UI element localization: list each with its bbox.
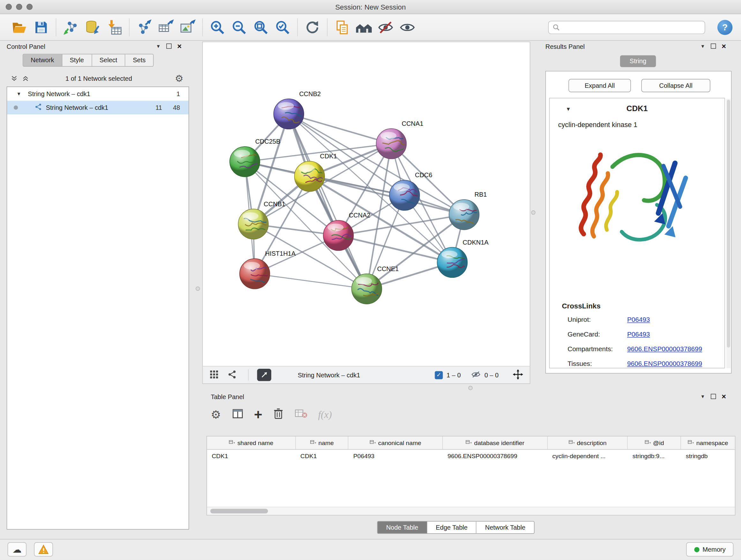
table-panel-window-controls: ▼ × xyxy=(700,394,726,399)
node-label: CDKN1A xyxy=(463,239,489,246)
warnings-button[interactable] xyxy=(34,543,53,557)
table-options-gear-icon[interactable]: ⚙ xyxy=(211,408,221,421)
network-canvas[interactable]: CCNB2CCNA1CDC25BCDK1CDC6RB1CCNB1CCNA2CDK… xyxy=(203,42,530,366)
toolbar-separator xyxy=(327,18,327,36)
crosslink-uniprot-link[interactable]: P06493 xyxy=(627,316,650,323)
tab-network-table[interactable]: Network Table xyxy=(476,521,534,533)
cloud-status-button[interactable]: ☁ xyxy=(8,543,26,557)
network-node-cdk1[interactable]: CDK1 xyxy=(294,152,337,192)
panel-maximize-icon[interactable] xyxy=(711,44,716,49)
column-header-namespace[interactable]: namespace xyxy=(681,436,735,449)
node-label: CCNA2 xyxy=(349,212,370,219)
network-node-cdc25b[interactable]: CDC25B xyxy=(230,138,280,177)
zoom-out-icon[interactable] xyxy=(228,16,250,38)
network-node-ccnb2[interactable]: CCNB2 xyxy=(273,90,321,129)
tab-network[interactable]: Network xyxy=(23,54,62,66)
tab-style[interactable]: Style xyxy=(62,54,92,66)
show-all-eye-icon[interactable] xyxy=(396,16,418,38)
splitter-handle[interactable] xyxy=(468,386,473,390)
birds-eye-view-icon[interactable] xyxy=(257,369,271,381)
network-node-ccna1[interactable]: CCNA1 xyxy=(376,120,423,159)
import-network-icon[interactable] xyxy=(60,16,82,38)
node-label: HIST1H1A xyxy=(265,250,296,257)
import-network-from-database-icon[interactable] xyxy=(82,16,104,38)
crosslink-label: GeneCard: xyxy=(568,330,600,338)
network-collection-row[interactable]: ▼ String Network – cdk1 1 xyxy=(7,87,189,101)
grid-view-icon[interactable] xyxy=(209,369,219,380)
crosslink-row: Compartments: 9606.ENSP00000378699 xyxy=(549,345,724,358)
column-header-name[interactable]: name xyxy=(296,436,349,449)
node-label: CDC25B xyxy=(255,138,280,145)
network-share-view-icon[interactable] xyxy=(227,369,237,380)
panel-close-icon[interactable]: × xyxy=(722,394,726,399)
expand-all-button[interactable]: Expand All xyxy=(569,79,631,92)
memory-button[interactable]: Memory xyxy=(686,543,733,557)
hide-selected-eye-icon[interactable] xyxy=(375,16,396,38)
network-view-toolbar: String Network – cdk1 ✓ 1 – 0 0 – 0 xyxy=(203,366,530,383)
table-horizontal-scrollbar[interactable] xyxy=(207,507,735,515)
network-node-ccnb1[interactable]: CCNB1 xyxy=(238,200,285,240)
column-header-shared-name[interactable]: shared name xyxy=(207,436,296,449)
splitter-handle[interactable] xyxy=(196,287,200,291)
pan-crosshair-icon[interactable] xyxy=(513,369,523,381)
panel-maximize-icon[interactable] xyxy=(166,44,172,49)
network-edge[interactable] xyxy=(338,235,452,262)
window-title: Session: New Session xyxy=(0,3,741,11)
network-row[interactable]: String Network – cdk1 11 48 xyxy=(7,101,189,114)
tab-node-table[interactable]: Node Table xyxy=(378,521,427,533)
crosslink-tissues-link[interactable]: 9606.ENSP00000378699 xyxy=(627,360,702,368)
collapse-all-button[interactable]: Collapse All xyxy=(642,79,711,92)
column-header-id[interactable]: @id xyxy=(628,436,681,449)
selected-items-checkbox-icon[interactable]: ✓ xyxy=(434,371,443,379)
add-column-plus-icon[interactable]: + xyxy=(254,410,262,420)
collection-expand-caret-icon[interactable]: ▼ xyxy=(17,91,21,97)
help-icon[interactable]: ? xyxy=(718,20,732,35)
results-scrollbar[interactable] xyxy=(726,99,731,368)
search-input[interactable] xyxy=(560,24,704,31)
panel-close-icon[interactable]: × xyxy=(177,44,182,49)
network-node-rb1[interactable]: RB1 xyxy=(449,191,487,230)
network-edge[interactable] xyxy=(289,114,367,289)
column-header-database-identifier[interactable]: database identifier xyxy=(443,436,548,449)
tab-edge-table[interactable]: Edge Table xyxy=(427,521,476,533)
tab-select[interactable]: Select xyxy=(92,54,125,66)
open-session-icon[interactable] xyxy=(9,16,30,38)
column-header-description[interactable]: description xyxy=(548,436,628,449)
save-session-icon[interactable] xyxy=(30,16,52,38)
delete-column-trash-icon[interactable] xyxy=(273,408,284,422)
show-columns-icon[interactable] xyxy=(231,408,244,422)
export-table-icon[interactable] xyxy=(155,16,177,38)
import-table-icon[interactable] xyxy=(104,16,125,38)
network-edge[interactable] xyxy=(255,273,367,289)
panel-float-caret-icon[interactable]: ▼ xyxy=(156,44,161,49)
network-options-gear-icon[interactable]: ⚙ xyxy=(175,73,184,84)
export-network-icon[interactable] xyxy=(133,16,155,38)
toolbar-search xyxy=(548,21,705,34)
column-header-canonical-name[interactable]: canonical name xyxy=(348,436,443,449)
clone-network-icon[interactable] xyxy=(331,16,353,38)
network-edge[interactable] xyxy=(253,114,289,224)
tab-sets[interactable]: Sets xyxy=(125,54,153,66)
string-results-box: Expand All Collapse All ▼ CDK1 cyclin-de… xyxy=(545,71,731,374)
panel-maximize-icon[interactable] xyxy=(711,394,716,399)
network-node-cdkn1a[interactable]: CDKN1A xyxy=(437,239,489,278)
crosslink-genecard-link[interactable]: P06493 xyxy=(627,330,650,338)
panel-float-caret-icon[interactable]: ▼ xyxy=(700,394,705,399)
string-results-tab[interactable]: String xyxy=(620,55,656,67)
crosslink-compartments-link[interactable]: 9606.ENSP00000378699 xyxy=(627,345,702,353)
splitter-handle[interactable] xyxy=(531,210,536,214)
crosslink-label: Tissues: xyxy=(568,360,592,368)
node-label: RB1 xyxy=(475,191,487,198)
network-node-hist1h1a[interactable]: HIST1H1A xyxy=(240,250,296,289)
zoom-in-icon[interactable] xyxy=(206,16,228,38)
panel-float-caret-icon[interactable]: ▼ xyxy=(700,44,705,49)
control-panel-title: Control Panel xyxy=(7,43,45,50)
zoom-selected-icon[interactable] xyxy=(272,16,293,38)
panel-close-icon[interactable]: × xyxy=(722,44,726,49)
home-first-neighbors-icon[interactable] xyxy=(353,16,375,38)
refresh-view-icon[interactable] xyxy=(301,16,323,38)
export-image-icon[interactable] xyxy=(177,16,199,38)
network-edge[interactable] xyxy=(289,114,391,144)
table-row[interactable]: CDK1 CDK1 P06493 9606.ENSP00000378699 cy… xyxy=(207,449,735,462)
zoom-fit-icon[interactable] xyxy=(250,16,272,38)
